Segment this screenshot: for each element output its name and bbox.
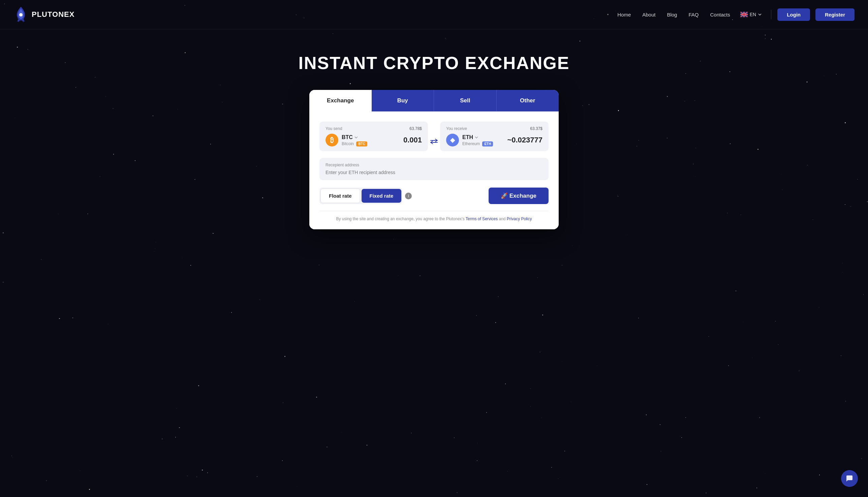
nav-contacts[interactable]: Contacts xyxy=(705,10,734,19)
send-currency-box: You send 63.78$ ₿ BTC xyxy=(319,122,428,151)
nav-dot xyxy=(607,14,608,15)
receive-label: You receive xyxy=(446,126,467,131)
svg-point-1 xyxy=(19,13,23,16)
btc-icon: ₿ xyxy=(326,134,338,146)
exchange-button[interactable]: 🚀 Exchange xyxy=(488,187,549,204)
recipient-box: Recepient address xyxy=(319,158,549,180)
navbar: PLUTONEX Home About Blog FAQ Contacts EN… xyxy=(0,0,868,29)
footer-and: and xyxy=(498,216,507,221)
register-button[interactable]: Register xyxy=(815,9,855,21)
exchange-row: You send 63.78$ ₿ BTC xyxy=(319,122,549,151)
chat-button[interactable] xyxy=(841,470,858,487)
brand-name: PLUTONEX xyxy=(32,10,74,19)
login-button[interactable]: Login xyxy=(777,9,810,21)
main-content: INSTANT CRYPTO EXCHANGE Exchange Buy Sel… xyxy=(0,29,868,243)
receive-label-row: You receive 63.37$ xyxy=(446,126,542,131)
send-currency-selector: ₿ BTC Bitcoin BTC xyxy=(326,134,422,146)
terms-link[interactable]: Terms of Services xyxy=(466,216,498,221)
rate-row: Float rate Fixed rate i 🚀 Exchange xyxy=(319,187,549,204)
eth-name-area: ETH Ethereum ETH xyxy=(462,134,493,146)
fixed-rate-button[interactable]: Fixed rate xyxy=(361,189,402,203)
swap-icon[interactable] xyxy=(428,132,440,151)
lang-label: EN xyxy=(750,12,756,17)
rate-buttons: Float rate Fixed rate xyxy=(319,187,402,204)
language-selector[interactable]: EN xyxy=(737,10,765,19)
info-icon[interactable]: i xyxy=(405,193,412,199)
recipient-label: Recepient address xyxy=(326,162,542,167)
nav-links: Home About Blog FAQ Contacts EN Login Re… xyxy=(607,9,855,21)
btc-fullname: Bitcoin BTC xyxy=(342,141,367,146)
chat-icon xyxy=(845,474,854,483)
tab-buy[interactable]: Buy xyxy=(372,90,434,112)
receive-currency-box: You receive 63.37$ ◆ ETH xyxy=(440,122,549,151)
eth-tag: ETH xyxy=(482,141,493,146)
btc-chevron-icon xyxy=(355,137,358,138)
nav-about[interactable]: About xyxy=(637,10,660,19)
send-label: You send xyxy=(326,126,342,131)
nav-blog[interactable]: Blog xyxy=(662,10,682,19)
eth-chevron-icon xyxy=(475,137,478,138)
nav-faq[interactable]: FAQ xyxy=(684,10,703,19)
card-footer: By using the site and creating an exchan… xyxy=(319,211,549,221)
receive-currency-selector: ◆ ETH Ethereum ETH xyxy=(446,134,542,146)
tab-other[interactable]: Other xyxy=(496,90,559,112)
receive-amount: ~0.023777 xyxy=(507,136,542,144)
btc-tag: BTC xyxy=(356,141,367,146)
btc-ticker[interactable]: BTC xyxy=(342,134,367,140)
btc-name-area: BTC Bitcoin BTC xyxy=(342,134,367,146)
rate-buttons-group: Float rate Fixed rate i xyxy=(319,187,412,204)
nav-divider xyxy=(771,10,771,19)
recipient-input[interactable] xyxy=(326,170,542,175)
flag-icon xyxy=(740,12,748,17)
send-label-row: You send 63.78$ xyxy=(326,126,422,131)
eth-fullname: Ethereum ETH xyxy=(462,141,493,146)
page-title: INSTANT CRYPTO EXCHANGE xyxy=(299,53,570,73)
eth-icon: ◆ xyxy=(446,134,459,146)
privacy-link[interactable]: Privacy Policy xyxy=(507,216,532,221)
logo-icon xyxy=(13,6,28,23)
receive-value: 63.37$ xyxy=(530,126,542,131)
card-body: You send 63.78$ ₿ BTC xyxy=(309,112,559,229)
send-value: 63.78$ xyxy=(409,126,422,131)
float-rate-button[interactable]: Float rate xyxy=(320,188,360,203)
send-amount[interactable]: 0.001 xyxy=(403,136,422,144)
nav-home[interactable]: Home xyxy=(612,10,635,19)
logo-area: PLUTONEX xyxy=(13,6,74,23)
chevron-down-icon xyxy=(758,13,761,15)
footer-text-before: By using the site and creating an exchan… xyxy=(336,216,465,221)
tab-exchange[interactable]: Exchange xyxy=(309,90,372,112)
tab-sell[interactable]: Sell xyxy=(434,90,496,112)
eth-ticker[interactable]: ETH xyxy=(462,134,493,140)
tabs-row: Exchange Buy Sell Other xyxy=(309,90,559,112)
exchange-card: Exchange Buy Sell Other You send 63.78$ … xyxy=(309,90,559,229)
